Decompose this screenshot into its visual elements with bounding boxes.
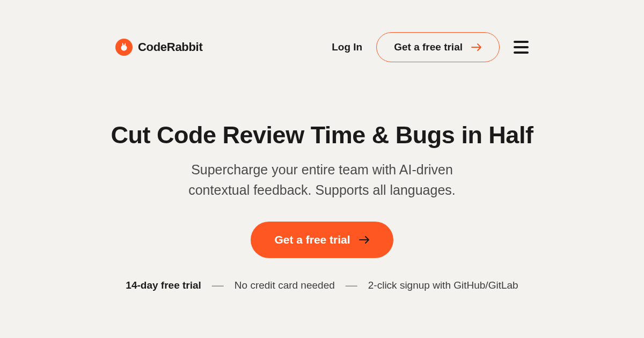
login-link[interactable]: Log In — [332, 41, 362, 53]
brand-name: CodeRabbit — [138, 40, 202, 54]
separator: — — [346, 278, 357, 292]
site-header: CodeRabbit Log In Get a free trial — [0, 0, 644, 62]
feature-item: 2-click signup with GitHub/GitLab — [368, 280, 518, 291]
feature-list: 14-day free trial — No credit card neede… — [0, 278, 644, 292]
header-nav: Log In Get a free trial — [332, 32, 529, 62]
feature-item: No credit card needed — [235, 280, 335, 291]
hero-cta-button[interactable]: Get a free trial — [251, 222, 393, 258]
feature-item: 14-day free trial — [126, 280, 201, 291]
hero-subhead: Supercharge your entire team with AI-dri… — [0, 160, 644, 200]
hamburger-menu-icon[interactable] — [514, 41, 529, 54]
header-trial-button[interactable]: Get a free trial — [376, 32, 500, 62]
hero-headline: Cut Code Review Time & Bugs in Half — [0, 121, 644, 149]
rabbit-icon — [115, 39, 133, 56]
brand-logo[interactable]: CodeRabbit — [115, 39, 202, 56]
header-trial-label: Get a free trial — [394, 41, 463, 53]
separator: — — [212, 278, 224, 292]
arrow-right-icon — [359, 236, 370, 244]
hero-section: Cut Code Review Time & Bugs in Half Supe… — [0, 62, 644, 292]
arrow-right-icon — [471, 43, 482, 52]
hero-cta-label: Get a free trial — [274, 233, 350, 246]
